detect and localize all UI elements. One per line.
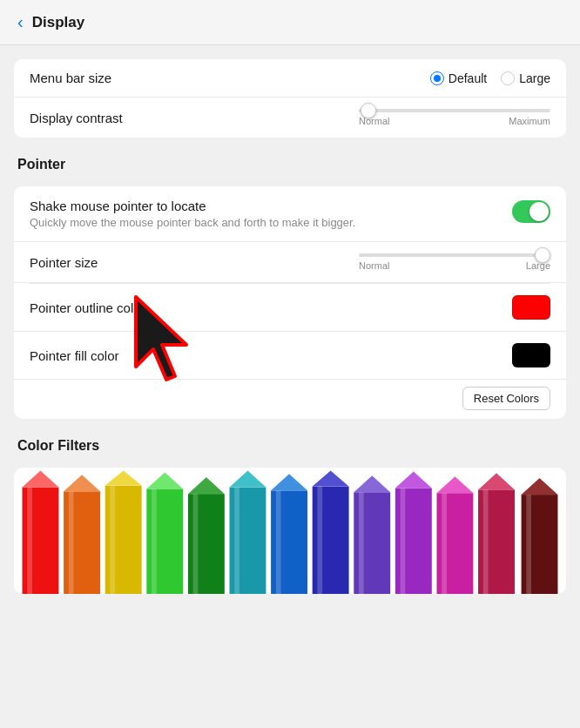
pointer-size-slider-container: Normal Large	[341, 253, 550, 271]
svg-marker-6	[105, 470, 142, 485]
radio-large-label: Large	[519, 71, 550, 85]
shake-mouse-row: Shake mouse pointer to locate Quickly mo…	[14, 186, 566, 242]
svg-marker-14	[271, 474, 307, 490]
contrast-slider-labels: Normal Maximum	[359, 116, 550, 126]
reset-colors-button[interactable]: Reset Colors	[462, 387, 550, 410]
svg-marker-10	[188, 477, 225, 494]
display-settings-card: Menu bar size Default Large Display cont…	[14, 59, 566, 138]
svg-rect-36	[401, 488, 406, 594]
radio-large-circle[interactable]	[501, 71, 515, 85]
shake-mouse-text: Shake mouse pointer to locate Quickly mo…	[30, 199, 355, 229]
back-chevron-icon: ‹	[17, 12, 24, 32]
svg-marker-4	[64, 475, 100, 491]
reset-colors-row: Reset Colors	[14, 380, 566, 419]
svg-marker-2	[23, 470, 59, 487]
svg-rect-29	[110, 486, 115, 594]
pointer-size-track[interactable]	[359, 253, 550, 257]
display-contrast-label: Display contrast	[30, 111, 123, 125]
svg-marker-18	[354, 475, 390, 492]
pointer-size-row: Pointer size Normal Large	[14, 242, 566, 283]
contrast-slider-thumb[interactable]	[361, 103, 376, 118]
pointer-size-thumb[interactable]	[535, 247, 550, 263]
contrast-slider-track[interactable]	[359, 109, 550, 112]
header: ‹ Display	[0, 0, 580, 45]
pointer-size-min-label: Normal	[359, 260, 389, 271]
contrast-min-label: Normal	[359, 116, 389, 126]
pointer-fill-color-label: Pointer fill color	[30, 348, 119, 363]
svg-marker-16	[313, 470, 349, 486]
content-area: Menu bar size Default Large Display cont…	[0, 45, 580, 728]
svg-rect-39	[526, 495, 531, 594]
radio-default-circle[interactable]	[430, 71, 444, 85]
svg-marker-8	[146, 472, 183, 489]
menu-bar-size-label: Menu bar size	[30, 71, 111, 85]
color-filters-card	[14, 468, 566, 594]
svg-marker-12	[230, 470, 266, 487]
radio-large[interactable]: Large	[501, 71, 550, 85]
pointer-outline-color-label: Pointer outline color	[30, 300, 145, 315]
pointer-size-label: Pointer size	[30, 255, 98, 270]
pointer-heading: Pointer	[14, 157, 566, 172]
svg-rect-38	[483, 489, 489, 594]
back-button[interactable]: ‹	[17, 12, 24, 32]
pointer-fill-color-swatch[interactable]	[512, 343, 550, 367]
menu-bar-size-row: Menu bar size Default Large	[14, 59, 566, 98]
pointer-size-labels: Normal Large	[359, 260, 550, 271]
svg-rect-33	[276, 490, 281, 594]
page-title: Display	[32, 14, 84, 31]
display-contrast-row: Display contrast Normal Maximum	[14, 98, 566, 138]
svg-rect-34	[317, 487, 322, 594]
pencils-svg	[14, 468, 566, 594]
menu-bar-size-options: Default Large	[430, 71, 550, 85]
svg-marker-22	[436, 476, 473, 493]
radio-default-label: Default	[448, 71, 487, 85]
svg-rect-32	[234, 488, 239, 594]
pointer-outline-color-swatch[interactable]	[512, 295, 550, 320]
radio-default[interactable]: Default	[430, 71, 487, 85]
svg-rect-35	[359, 492, 364, 594]
svg-marker-26	[522, 478, 558, 495]
contrast-max-label: Maximum	[509, 116, 550, 126]
svg-rect-30	[152, 489, 157, 594]
svg-rect-27	[27, 488, 32, 594]
pointer-card: Shake mouse pointer to locate Quickly mo…	[14, 186, 566, 419]
svg-rect-31	[193, 494, 199, 594]
svg-rect-37	[442, 493, 447, 594]
svg-marker-20	[395, 471, 432, 488]
svg-rect-28	[69, 491, 74, 594]
contrast-slider-container: Normal Maximum	[341, 109, 550, 126]
svg-marker-24	[478, 473, 515, 489]
color-filters-heading: Color Filters	[14, 438, 566, 454]
pointer-outline-color-row: Pointer outline color	[14, 284, 566, 332]
pointer-fill-color-row: Pointer fill color	[14, 332, 566, 380]
shake-mouse-toggle[interactable]	[512, 200, 550, 223]
pointer-color-section: Pointer outline color Pointer fill color…	[14, 284, 566, 419]
shake-mouse-sublabel: Quickly move the mouse pointer back and …	[30, 216, 355, 229]
shake-mouse-label: Shake mouse pointer to locate	[30, 199, 355, 213]
